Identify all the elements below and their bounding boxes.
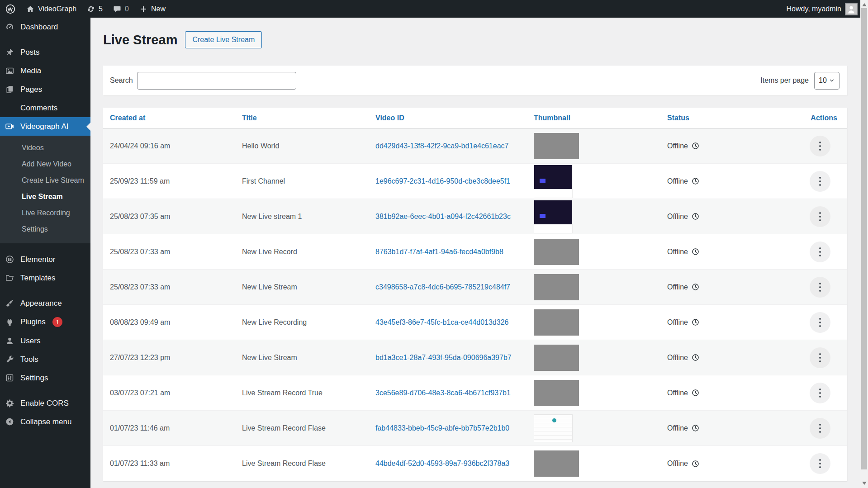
sidebar-subitem-create-live-stream[interactable]: Create Live Stream — [0, 172, 90, 189]
scroll-up-arrow-icon[interactable] — [862, 3, 867, 6]
new-content-menu[interactable]: New — [134, 0, 171, 18]
sidebar-item-plugins[interactable]: Plugins1 — [0, 313, 90, 332]
admin-sidebar: DashboardPostsMediaPagesCommentsVideogra… — [0, 18, 90, 488]
search-input[interactable] — [137, 72, 296, 90]
sidebar-item-comments[interactable]: Comments — [0, 99, 90, 117]
sidebar-subitem-live-stream[interactable]: Live Stream — [0, 189, 90, 205]
actions-cell — [810, 171, 847, 192]
row-actions-button[interactable] — [810, 277, 830, 298]
clock-icon — [691, 212, 700, 221]
sidebar-item-posts[interactable]: Posts — [0, 43, 90, 62]
clock-icon — [691, 389, 700, 397]
video-id-link[interactable]: fab44833-bbeb-45c9-abfe-bb7b57e2b1b0 — [375, 424, 509, 432]
column-header-video-id[interactable]: Video ID — [375, 114, 534, 122]
sidebar-item-tools[interactable]: Tools — [0, 350, 90, 369]
elementor-icon — [5, 255, 14, 264]
sidebar-item-label: Media — [20, 66, 41, 76]
sidebar-item-elementor[interactable]: Elementor — [0, 250, 90, 269]
video-thumbnail — [534, 414, 573, 442]
sidebar-subitem-settings[interactable]: Settings — [0, 221, 90, 237]
site-name-menu[interactable]: VideoGraph — [21, 0, 81, 18]
status-text: Offline — [667, 424, 688, 432]
sidebar-item-users[interactable]: Users — [0, 332, 90, 350]
row-actions-button[interactable] — [810, 206, 830, 227]
sidebar-item-media[interactable]: Media — [0, 62, 90, 80]
thumbnail-cell — [534, 133, 667, 159]
row-actions-button[interactable] — [810, 312, 830, 333]
row-actions-button[interactable] — [810, 136, 830, 156]
title-cell: Hello World — [242, 142, 375, 150]
video-id-link[interactable]: 381b92ae-6eec-4b01-a094-f2c42661b23c — [375, 213, 511, 220]
ellipsis-icon — [819, 353, 821, 355]
ellipsis-icon — [819, 212, 821, 214]
sidebar-item-enable-cors[interactable]: Enable CORS — [0, 394, 90, 412]
create-live-stream-button[interactable]: Create Live Stream — [185, 31, 262, 48]
row-actions-button[interactable] — [810, 383, 830, 403]
actions-cell — [810, 383, 847, 403]
sidebar-item-pages[interactable]: Pages — [0, 80, 90, 99]
sidebar-item-label: Dashboard — [20, 23, 58, 32]
row-actions-button[interactable] — [810, 171, 830, 192]
video-id-cell: 44bde4df-52d0-4593-89a7-936bc2f378a3 — [375, 460, 534, 468]
video-id-link[interactable]: 8763b1d7-f7af-4af1-94a6-fecd4a0bf9b8 — [375, 248, 503, 256]
sidebar-subitem-videos[interactable]: Videos — [0, 140, 90, 156]
sidebar-item-dashboard[interactable]: Dashboard — [0, 18, 90, 36]
wordpress-logo-menu[interactable] — [0, 0, 21, 18]
sidebar-item-label: Comments — [20, 104, 57, 113]
sidebar-item-settings[interactable]: Settings — [0, 369, 90, 387]
sidebar-item-collapse-menu[interactable]: Collapse menu — [0, 412, 90, 431]
video-id-link[interactable]: bd1a3ce1-28a7-493f-95da-090696a397b7 — [375, 354, 512, 361]
plus-icon — [139, 5, 148, 14]
video-id-link[interactable]: 43e45ef3-86e7-45fc-b1ca-ce44d013d326 — [375, 318, 508, 326]
media-icon — [5, 66, 14, 76]
row-actions-button[interactable] — [810, 418, 830, 439]
video-thumbnail — [534, 380, 579, 406]
row-actions-button[interactable] — [810, 453, 830, 474]
video-id-link[interactable]: c3498658-a7c8-4dc6-b695-785219c484f7 — [375, 283, 510, 291]
vertical-scrollbar[interactable] — [860, 0, 868, 488]
title-cell: First Channel — [242, 177, 375, 185]
row-actions-button[interactable] — [810, 242, 830, 262]
sidebar-subitem-live-recording[interactable]: Live Recording — [0, 205, 90, 221]
row-actions-button[interactable] — [810, 347, 830, 368]
actions-cell — [810, 242, 847, 262]
video-id-link[interactable]: 1e96c697-2c31-4d16-950d-cbe3c8dee5f1 — [375, 177, 510, 185]
sidebar-item-label: Plugins — [20, 317, 46, 327]
video-id-link[interactable]: 3ce56e89-d706-48e3-8ca6-4b671cf937b1 — [375, 389, 511, 397]
items-per-page-select[interactable]: 10 — [814, 72, 840, 90]
sidebar-subitem-add-new-video[interactable]: Add New Video — [0, 156, 90, 172]
comment-bubble-icon — [113, 5, 122, 14]
status-text: Offline — [667, 248, 688, 256]
video-id-link[interactable]: 44bde4df-52d0-4593-89a7-936bc2f378a3 — [375, 460, 509, 467]
thumbnail-cell — [534, 380, 667, 406]
clock-icon — [691, 177, 700, 185]
sidebar-item-appearance[interactable]: Appearance — [0, 294, 90, 313]
sidebar-item-templates[interactable]: Templates — [0, 269, 90, 287]
video-id-link[interactable]: dd429d43-13f8-42f2-9ca9-bd1e4c61eac7 — [375, 142, 508, 150]
column-header-created-at[interactable]: Created at — [110, 114, 242, 122]
comments-menu[interactable]: 0 — [108, 0, 134, 18]
clock-icon — [691, 318, 700, 327]
scroll-down-arrow-icon[interactable] — [862, 482, 867, 485]
status-cell: Offline — [667, 424, 803, 432]
video-id-cell: 1e96c697-2c31-4d16-950d-cbe3c8dee5f1 — [375, 177, 534, 185]
created-at-cell: 27/07/23 12:23 pm — [110, 354, 242, 362]
account-menu[interactable]: Howdy, myadmin — [786, 0, 860, 18]
howdy-text: Howdy, myadmin — [786, 5, 841, 13]
sidebar-item-label: Collapse menu — [20, 417, 71, 426]
sidebar-item-label: Appearance — [20, 299, 62, 308]
table-row: 01/07/23 11:46 amLive Stream Record Flas… — [103, 411, 847, 446]
updates-menu[interactable]: 5 — [81, 0, 108, 18]
column-header-thumbnail[interactable]: Thumbnail — [534, 114, 667, 122]
table-row: 24/04/24 09:16 amHello Worlddd429d43-13f… — [103, 128, 847, 164]
sidebar-item-videograph-ai[interactable]: Videograph AI — [0, 117, 90, 136]
column-header-actions[interactable]: Actions — [811, 114, 847, 122]
sidebar-item-label: Elementor — [20, 255, 55, 264]
scrollbar-thumb[interactable] — [861, 8, 867, 469]
actions-cell — [810, 347, 847, 368]
column-header-status[interactable]: Status — [667, 114, 803, 122]
actions-cell — [810, 453, 847, 474]
ellipsis-icon — [819, 459, 821, 461]
video-id-cell: 3ce56e89-d706-48e3-8ca6-4b671cf937b1 — [375, 389, 534, 397]
column-header-title[interactable]: Title — [242, 114, 375, 122]
